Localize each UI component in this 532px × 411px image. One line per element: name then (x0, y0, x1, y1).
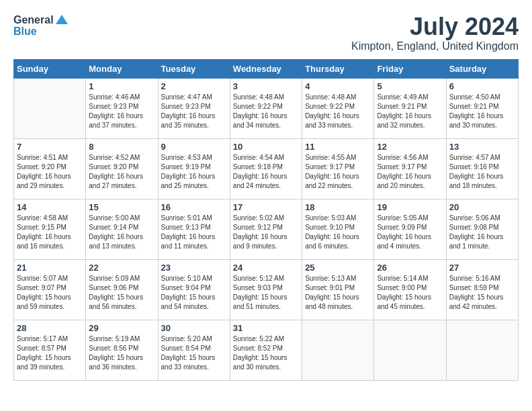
calendar-cell: 24Sunrise: 5:12 AM Sunset: 9:03 PM Dayli… (230, 259, 302, 320)
day-info: Sunrise: 5:02 AM Sunset: 9:12 PM Dayligh… (233, 214, 299, 251)
day-info: Sunrise: 5:01 AM Sunset: 9:13 PM Dayligh… (161, 214, 227, 251)
day-info: Sunrise: 5:10 AM Sunset: 9:04 PM Dayligh… (161, 274, 227, 312)
day-info: Sunrise: 5:16 AM Sunset: 8:59 PM Dayligh… (449, 274, 515, 312)
location-subtitle: Kimpton, England, United Kingdom (351, 40, 519, 52)
day-info: Sunrise: 4:48 AM Sunset: 9:22 PM Dayligh… (305, 93, 371, 130)
day-number: 12 (377, 142, 443, 152)
day-number: 20 (449, 202, 515, 212)
day-info: Sunrise: 5:09 AM Sunset: 9:06 PM Dayligh… (89, 274, 154, 312)
day-number: 25 (305, 263, 371, 273)
calendar-cell: 29Sunrise: 5:19 AM Sunset: 8:56 PM Dayli… (86, 320, 158, 380)
day-info: Sunrise: 4:57 AM Sunset: 9:16 PM Dayligh… (449, 153, 515, 191)
day-info: Sunrise: 4:50 AM Sunset: 9:21 PM Dayligh… (449, 93, 515, 130)
calendar-cell: 22Sunrise: 5:09 AM Sunset: 9:06 PM Dayli… (86, 259, 158, 320)
day-info: Sunrise: 5:05 AM Sunset: 9:09 PM Dayligh… (377, 214, 443, 251)
calendar-cell: 19Sunrise: 5:05 AM Sunset: 9:09 PM Dayli… (374, 199, 446, 259)
calendar-cell: 6Sunrise: 4:50 AM Sunset: 9:21 PM Daylig… (446, 78, 518, 138)
day-number: 2 (161, 81, 227, 91)
day-number: 22 (89, 263, 154, 273)
day-info: Sunrise: 4:55 AM Sunset: 9:17 PM Dayligh… (305, 153, 371, 191)
day-info: Sunrise: 4:51 AM Sunset: 9:20 PM Dayligh… (17, 153, 83, 191)
day-number: 17 (233, 202, 299, 212)
day-info: Sunrise: 5:00 AM Sunset: 9:14 PM Dayligh… (89, 214, 154, 251)
day-number: 11 (305, 142, 371, 152)
calendar-cell: 27Sunrise: 5:16 AM Sunset: 8:59 PM Dayli… (446, 259, 518, 320)
logo: General Blue (13, 13, 68, 38)
calendar-cell: 1Sunrise: 4:46 AM Sunset: 9:23 PM Daylig… (86, 78, 158, 138)
day-number: 31 (233, 323, 299, 333)
day-number: 26 (377, 263, 443, 273)
day-number: 29 (89, 323, 154, 333)
day-number: 27 (449, 263, 515, 273)
day-header-saturday: Saturday (446, 59, 518, 78)
calendar-cell: 17Sunrise: 5:02 AM Sunset: 9:12 PM Dayli… (230, 199, 302, 259)
day-info: Sunrise: 5:19 AM Sunset: 8:56 PM Dayligh… (89, 334, 154, 372)
calendar-cell (302, 320, 374, 380)
calendar-cell: 30Sunrise: 5:20 AM Sunset: 8:54 PM Dayli… (158, 320, 230, 380)
day-info: Sunrise: 4:49 AM Sunset: 9:21 PM Dayligh… (377, 93, 443, 130)
day-number: 19 (377, 202, 443, 212)
calendar-cell: 16Sunrise: 5:01 AM Sunset: 9:13 PM Dayli… (158, 199, 230, 259)
day-number: 8 (89, 142, 154, 152)
day-info: Sunrise: 4:53 AM Sunset: 9:19 PM Dayligh… (161, 153, 227, 191)
title-block: July 2024 Kimpton, England, United Kingd… (351, 13, 519, 52)
calendar-week-row: 1Sunrise: 4:46 AM Sunset: 9:23 PM Daylig… (14, 78, 519, 138)
day-header-wednesday: Wednesday (230, 59, 302, 78)
day-info: Sunrise: 5:14 AM Sunset: 9:00 PM Dayligh… (377, 274, 443, 312)
calendar-cell: 9Sunrise: 4:53 AM Sunset: 9:19 PM Daylig… (158, 138, 230, 199)
day-number: 30 (161, 323, 227, 333)
calendar-week-row: 21Sunrise: 5:07 AM Sunset: 9:07 PM Dayli… (14, 259, 519, 320)
calendar-cell (374, 320, 446, 380)
calendar-cell: 15Sunrise: 5:00 AM Sunset: 9:14 PM Dayli… (86, 199, 158, 259)
calendar-cell: 2Sunrise: 4:47 AM Sunset: 9:23 PM Daylig… (158, 78, 230, 138)
day-number: 4 (305, 81, 371, 91)
calendar-cell (14, 78, 86, 138)
day-info: Sunrise: 5:03 AM Sunset: 9:10 PM Dayligh… (305, 214, 371, 251)
day-info: Sunrise: 4:46 AM Sunset: 9:23 PM Dayligh… (89, 93, 154, 130)
calendar-cell: 3Sunrise: 4:48 AM Sunset: 9:22 PM Daylig… (230, 78, 302, 138)
day-info: Sunrise: 5:12 AM Sunset: 9:03 PM Dayligh… (233, 274, 299, 312)
day-number: 10 (233, 142, 299, 152)
day-number: 5 (377, 81, 443, 91)
day-number: 13 (449, 142, 515, 152)
calendar-cell (446, 320, 518, 380)
day-number: 14 (17, 202, 83, 212)
calendar-cell: 20Sunrise: 5:06 AM Sunset: 9:08 PM Dayli… (446, 199, 518, 259)
day-number: 1 (89, 81, 154, 91)
calendar-cell: 21Sunrise: 5:07 AM Sunset: 9:07 PM Dayli… (14, 259, 86, 320)
calendar-week-row: 14Sunrise: 4:58 AM Sunset: 9:15 PM Dayli… (14, 199, 519, 259)
calendar-cell: 14Sunrise: 4:58 AM Sunset: 9:15 PM Dayli… (14, 199, 86, 259)
calendar-cell: 7Sunrise: 4:51 AM Sunset: 9:20 PM Daylig… (14, 138, 86, 199)
calendar-cell: 8Sunrise: 4:52 AM Sunset: 9:20 PM Daylig… (86, 138, 158, 199)
day-number: 28 (17, 323, 83, 333)
calendar-table: SundayMondayTuesdayWednesdayThursdayFrid… (13, 59, 519, 381)
day-header-friday: Friday (374, 59, 446, 78)
calendar-week-row: 7Sunrise: 4:51 AM Sunset: 9:20 PM Daylig… (14, 138, 519, 199)
day-header-sunday: Sunday (14, 59, 86, 78)
page-header: General Blue July 2024 Kimpton, England,… (13, 13, 519, 52)
day-number: 21 (17, 263, 83, 273)
calendar-cell: 23Sunrise: 5:10 AM Sunset: 9:04 PM Dayli… (158, 259, 230, 320)
day-header-thursday: Thursday (302, 59, 374, 78)
day-info: Sunrise: 5:22 AM Sunset: 8:52 PM Dayligh… (233, 334, 299, 372)
day-info: Sunrise: 5:17 AM Sunset: 8:57 PM Dayligh… (17, 334, 83, 372)
calendar-cell: 12Sunrise: 4:56 AM Sunset: 9:17 PM Dayli… (374, 138, 446, 199)
calendar-week-row: 28Sunrise: 5:17 AM Sunset: 8:57 PM Dayli… (14, 320, 519, 380)
day-number: 23 (161, 263, 227, 273)
day-header-monday: Monday (86, 59, 158, 78)
calendar-cell: 26Sunrise: 5:14 AM Sunset: 9:00 PM Dayli… (374, 259, 446, 320)
day-info: Sunrise: 4:58 AM Sunset: 9:15 PM Dayligh… (17, 214, 83, 251)
day-number: 6 (449, 81, 515, 91)
calendar-cell: 10Sunrise: 4:54 AM Sunset: 9:18 PM Dayli… (230, 138, 302, 199)
calendar-cell: 13Sunrise: 4:57 AM Sunset: 9:16 PM Dayli… (446, 138, 518, 199)
day-number: 9 (161, 142, 227, 152)
calendar-cell: 31Sunrise: 5:22 AM Sunset: 8:52 PM Dayli… (230, 320, 302, 380)
day-number: 7 (17, 142, 83, 152)
day-info: Sunrise: 4:47 AM Sunset: 9:23 PM Dayligh… (161, 93, 227, 130)
month-year-title: July 2024 (351, 13, 519, 40)
day-header-tuesday: Tuesday (158, 59, 230, 78)
day-info: Sunrise: 4:52 AM Sunset: 9:20 PM Dayligh… (89, 153, 154, 191)
day-number: 18 (305, 202, 371, 212)
logo-triangle-icon (56, 15, 68, 24)
day-info: Sunrise: 5:07 AM Sunset: 9:07 PM Dayligh… (17, 274, 83, 312)
